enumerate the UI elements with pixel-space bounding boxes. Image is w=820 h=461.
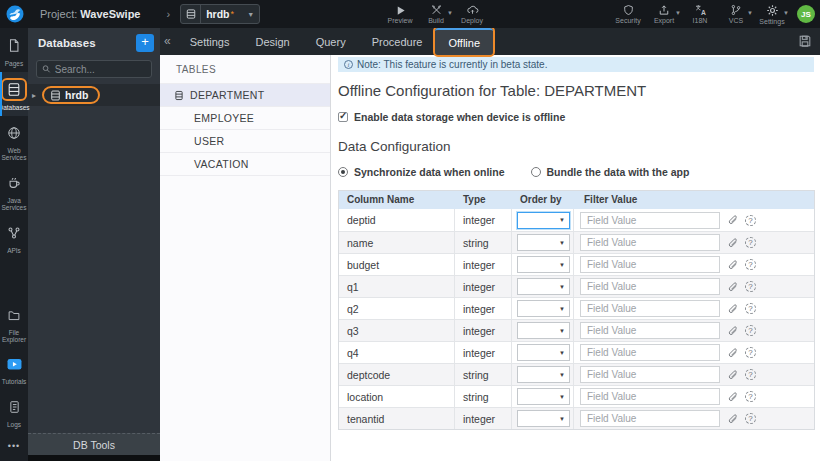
app-logo[interactable] — [0, 5, 30, 23]
i18n-button[interactable]: A I18N — [682, 0, 718, 28]
table-row: q2 integer ▼ ? — [339, 297, 814, 319]
annotation-highlight-hrdb: hrdb — [42, 86, 100, 104]
radio-synchronize-online[interactable]: Synchronize data when online — [338, 166, 505, 178]
sidebar-item-databases[interactable]: Databases — [0, 72, 28, 116]
bind-variable-icon[interactable] — [727, 281, 739, 293]
tab-design[interactable]: Design — [242, 28, 302, 55]
expand-arrow-icon[interactable]: ▸ — [32, 91, 42, 100]
help-icon[interactable]: ? — [745, 259, 756, 270]
table-row: name string ▼ ? — [339, 231, 814, 253]
filter-value-input[interactable] — [580, 256, 720, 273]
vcs-button[interactable]: VCS ▼ — [718, 0, 754, 28]
build-button[interactable]: Build ▼ — [418, 0, 454, 28]
add-database-button[interactable]: + — [136, 34, 154, 52]
bind-variable-icon[interactable] — [727, 325, 739, 337]
column-name-cell: deptid — [339, 209, 455, 231]
export-button[interactable]: Export ▼ — [646, 0, 682, 28]
bind-variable-icon[interactable] — [727, 369, 739, 381]
bind-variable-icon[interactable] — [727, 413, 739, 425]
tab-procedure[interactable]: Procedure — [359, 28, 436, 55]
sidebar-item-pages[interactable]: Pages — [0, 28, 28, 72]
chevron-down-icon: ▼ — [559, 394, 565, 400]
unsaved-indicator: * — [230, 9, 234, 19]
chevron-down-icon: ▼ — [559, 372, 565, 378]
order-by-select[interactable]: ▼ — [517, 322, 570, 339]
help-icon[interactable]: ? — [745, 303, 756, 314]
table-item-department[interactable]: DEPARTMENT — [160, 84, 330, 107]
filter-value-input[interactable] — [580, 212, 720, 229]
bind-variable-icon[interactable] — [727, 303, 739, 315]
help-icon[interactable]: ? — [745, 369, 756, 380]
database-tree-item-hrdb[interactable]: ▸ hrdb — [28, 84, 160, 106]
order-by-select[interactable]: ▼ — [517, 344, 570, 361]
bind-variable-icon[interactable] — [727, 391, 739, 403]
save-icon — [798, 34, 812, 48]
database-selector-dropdown[interactable]: hrdb * ▼ — [180, 4, 260, 24]
help-icon[interactable]: ? — [745, 237, 756, 248]
help-icon[interactable]: ? — [745, 325, 756, 336]
api-icon — [7, 226, 21, 240]
help-icon[interactable]: ? — [745, 215, 756, 226]
radio-unselected-icon[interactable] — [531, 167, 541, 177]
table-item-vacation[interactable]: VACATION — [160, 153, 330, 176]
deploy-button[interactable]: Deploy — [454, 0, 490, 28]
order-by-select[interactable]: ▼ — [517, 300, 570, 317]
order-by-select[interactable]: ▼ — [517, 234, 570, 251]
databases-panel: Databases + ▸ hrdb DB Tools — [28, 28, 160, 461]
sidebar-item-file-explorer[interactable]: File Explorer — [0, 299, 28, 348]
page-icon — [7, 38, 21, 53]
order-by-select[interactable]: ▼ — [517, 212, 570, 229]
filter-value-input[interactable] — [580, 234, 720, 251]
filter-value-input[interactable] — [580, 300, 720, 317]
tables-panel-title: TABLES — [160, 55, 330, 84]
bind-variable-icon[interactable] — [727, 214, 739, 226]
bind-variable-icon[interactable] — [727, 237, 739, 249]
sidebar-item-tutorials[interactable]: Tutorials — [0, 348, 28, 390]
chevron-down-icon: ▼ — [559, 284, 565, 290]
security-button[interactable]: Security — [610, 0, 646, 28]
bind-variable-icon[interactable] — [727, 347, 739, 359]
tab-offline[interactable]: Offline — [435, 28, 493, 55]
search-input[interactable] — [55, 64, 146, 75]
settings-button[interactable]: Settings ▼ — [754, 0, 790, 28]
order-by-select[interactable]: ▼ — [517, 388, 570, 405]
order-by-select[interactable]: ▼ — [517, 410, 570, 427]
coffee-icon — [7, 176, 21, 190]
help-icon[interactable]: ? — [745, 391, 756, 402]
filter-value-input[interactable] — [580, 322, 720, 339]
database-search[interactable] — [36, 60, 152, 78]
help-icon[interactable]: ? — [745, 413, 756, 424]
tab-settings[interactable]: Settings — [177, 28, 243, 55]
sidebar-item-logs[interactable]: Logs — [0, 390, 28, 433]
filter-value-input[interactable] — [580, 278, 720, 295]
filter-value-input[interactable] — [580, 388, 720, 405]
save-button[interactable] — [798, 34, 812, 48]
table-item-user[interactable]: USER — [160, 130, 330, 153]
sidebar-item-java-services[interactable]: Java Services — [0, 166, 28, 216]
table-item-employee[interactable]: EMPLOYEE — [160, 107, 330, 130]
order-by-select[interactable]: ▼ — [517, 278, 570, 295]
sidebar-item-apis[interactable]: APIs — [0, 216, 28, 259]
user-avatar[interactable]: JS — [797, 5, 815, 23]
checkbox-checked-icon[interactable] — [338, 112, 348, 122]
collapse-panel-button[interactable]: « — [160, 34, 177, 50]
build-icon — [430, 4, 443, 16]
chevron-down-icon: ▼ — [247, 11, 254, 18]
sidebar-item-web-services[interactable]: Web Services — [0, 116, 28, 166]
bind-variable-icon[interactable] — [727, 259, 739, 271]
more-options-button[interactable]: ••• — [8, 433, 20, 461]
radio-bundle-with-app[interactable]: Bundle the data with the app — [531, 166, 690, 178]
filter-value-input[interactable] — [580, 344, 720, 361]
filter-value-input[interactable] — [580, 366, 720, 383]
order-by-select[interactable]: ▼ — [517, 256, 570, 273]
radio-selected-icon[interactable] — [338, 167, 348, 177]
enable-offline-storage-checkbox[interactable]: Enable data storage when device is offli… — [338, 111, 814, 123]
tab-query[interactable]: Query — [303, 28, 359, 55]
filter-value-input[interactable] — [580, 410, 720, 427]
column-name-cell: deptcode — [339, 364, 455, 385]
preview-button[interactable]: Preview — [382, 0, 418, 28]
help-icon[interactable]: ? — [745, 281, 756, 292]
help-icon[interactable]: ? — [745, 347, 756, 358]
order-by-select[interactable]: ▼ — [517, 366, 570, 383]
db-tools-button[interactable]: DB Tools — [28, 433, 160, 455]
